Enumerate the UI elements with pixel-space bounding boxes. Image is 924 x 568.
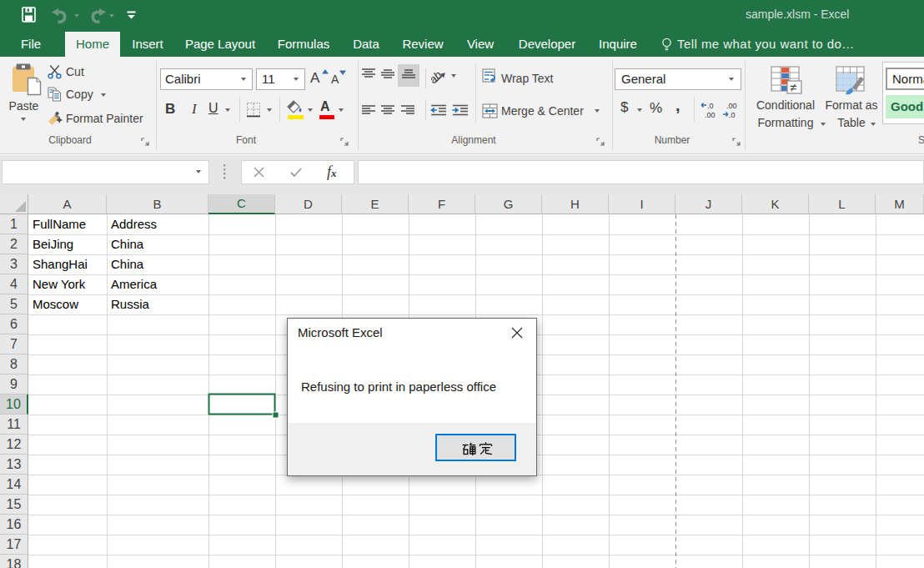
svg-text:.00: .00 — [726, 102, 737, 110]
svg-text:.0: .0 — [707, 102, 714, 110]
svg-text:.00: .00 — [705, 111, 716, 119]
svg-text:≠: ≠ — [790, 80, 796, 94]
svg-text:.0: .0 — [729, 111, 736, 119]
